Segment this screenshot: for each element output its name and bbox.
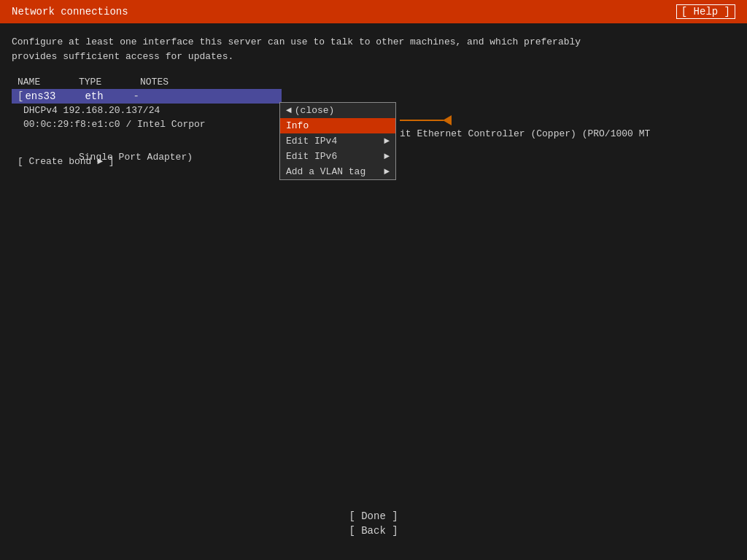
- col-type: TYPE: [79, 77, 123, 88]
- top-bar: Network connections [ Help ]: [0, 0, 747, 23]
- menu-item-vlan[interactable]: Add a VLAN tag ►: [280, 164, 395, 179]
- interface-type: eth: [85, 90, 121, 102]
- description-line2: provides sufficient access for updates.: [12, 50, 735, 64]
- arrow-right-vlan: ►: [384, 166, 390, 177]
- menu-label-info: Info: [286, 120, 390, 131]
- interface-name: ens33: [25, 90, 76, 102]
- arrow-right-ipv4: ►: [384, 136, 390, 147]
- app-title: Network connections: [12, 6, 128, 18]
- menu-item-edit-ipv4[interactable]: Edit IPv4 ►: [280, 133, 395, 149]
- arrow-right-ipv6: ►: [384, 151, 390, 162]
- table-header: NAME TYPE NOTES: [12, 75, 735, 89]
- menu-item-close[interactable]: ◄ (close): [280, 103, 395, 118]
- menu-label-edit-ipv6: Edit IPv6: [286, 151, 384, 162]
- interface-row[interactable]: [ ens33 eth -: [12, 89, 282, 104]
- description: Configure at least one interface this se…: [12, 35, 735, 63]
- arrow-annotation: [400, 115, 452, 125]
- back-button[interactable]: [ Back ]: [349, 525, 398, 537]
- interface-notes: -: [133, 90, 139, 102]
- main-content: Configure at least one interface this se…: [0, 23, 747, 180]
- bracket-open: [: [18, 90, 23, 102]
- help-button[interactable]: [ Help ]: [676, 4, 735, 19]
- context-menu: ◄ (close) Info Edit IPv4 ► Edit IPv6 ► A…: [279, 102, 396, 180]
- done-button[interactable]: [ Done ]: [349, 510, 398, 522]
- col-notes: NOTES: [140, 77, 184, 88]
- menu-label-close: (close): [292, 105, 390, 116]
- menu-label-edit-ipv4: Edit IPv4: [286, 136, 384, 147]
- trailing-text: it Ethernet Controller (Copper) (PRO/100…: [400, 128, 650, 139]
- arrow-line: [400, 120, 444, 121]
- menu-item-edit-ipv6[interactable]: Edit IPv6 ►: [280, 149, 395, 164]
- bottom-buttons: [ Done ] [ Back ]: [349, 510, 398, 537]
- description-line1: Configure at least one interface this se…: [12, 35, 735, 50]
- arrow-head: [443, 115, 452, 125]
- menu-item-info[interactable]: Info: [280, 118, 395, 133]
- menu-label-vlan: Add a VLAN tag: [286, 166, 384, 177]
- arrow-left-close: ◄: [286, 105, 292, 116]
- col-name: NAME: [18, 77, 61, 88]
- single-port-adapter: Single Port Adapter): [79, 152, 193, 163]
